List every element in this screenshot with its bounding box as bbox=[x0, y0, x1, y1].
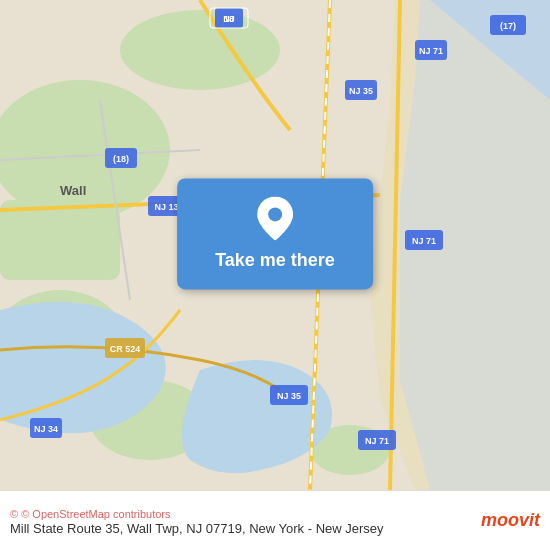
button-overlay: Take me there bbox=[177, 178, 373, 289]
moovit-logo: moovit bbox=[481, 510, 540, 531]
svg-text:NJ 71: NJ 71 bbox=[365, 436, 389, 446]
svg-text:NJ 35: NJ 35 bbox=[277, 391, 301, 401]
button-label: Take me there bbox=[215, 250, 335, 271]
svg-text:NJ 35: NJ 35 bbox=[349, 86, 373, 96]
svg-point-4 bbox=[120, 10, 280, 90]
location-pin-icon bbox=[257, 196, 293, 240]
svg-text:NJ 34: NJ 34 bbox=[34, 424, 58, 434]
moovit-brand: moovit bbox=[481, 510, 540, 531]
svg-text:18: 18 bbox=[224, 14, 234, 24]
map-container: NJ 18 (17) NJ 71 NJ 35 (18) NJ 138 NJ 71… bbox=[0, 0, 550, 490]
copyright-symbol: © bbox=[10, 508, 18, 520]
svg-text:NJ 71: NJ 71 bbox=[412, 236, 436, 246]
svg-text:Wall: Wall bbox=[60, 183, 86, 198]
footer: © © OpenStreetMap contributors Mill Stat… bbox=[0, 490, 550, 550]
take-me-there-button[interactable]: Take me there bbox=[177, 178, 373, 289]
address-text: Mill State Route 35, Wall Twp, NJ 07719,… bbox=[10, 521, 384, 536]
footer-address: © © OpenStreetMap contributors Mill Stat… bbox=[10, 506, 471, 536]
svg-rect-8 bbox=[0, 200, 120, 280]
svg-text:(18): (18) bbox=[113, 154, 129, 164]
osm-credit: © © OpenStreetMap contributors bbox=[10, 508, 171, 520]
svg-point-43 bbox=[268, 207, 282, 221]
svg-text:NJ 71: NJ 71 bbox=[419, 46, 443, 56]
osm-credit-text: © OpenStreetMap contributors bbox=[21, 508, 170, 520]
svg-text:CR 524: CR 524 bbox=[110, 344, 141, 354]
svg-text:(17): (17) bbox=[500, 21, 516, 31]
